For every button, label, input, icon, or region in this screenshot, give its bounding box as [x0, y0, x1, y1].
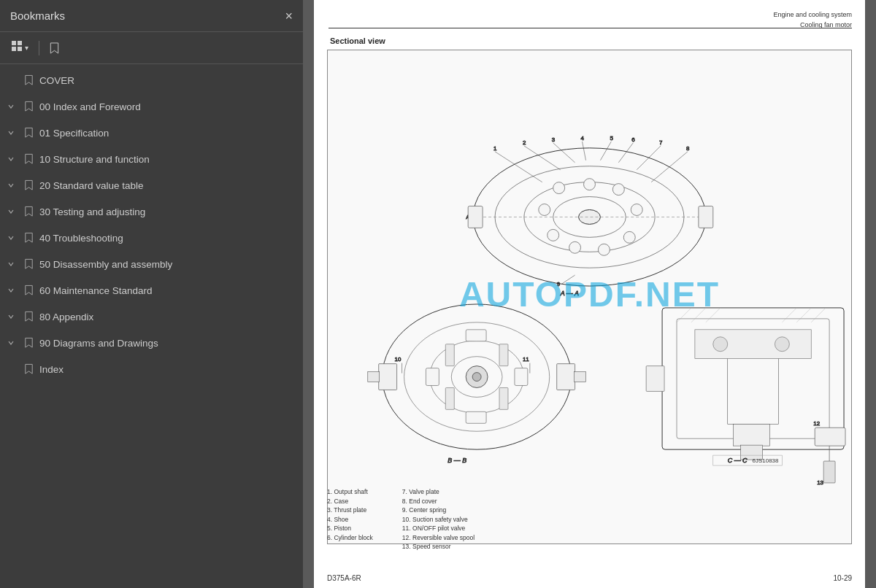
legend-item: 7. Valve plate	[402, 488, 474, 495]
toolbar-separator	[39, 41, 39, 55]
legend-item: 9. Center spring	[402, 506, 474, 514]
svg-point-70	[775, 337, 789, 352]
chevron-icon	[4, 287, 18, 294]
header-line1: Engine and cooling system	[773, 10, 852, 20]
svg-rect-75	[823, 461, 835, 483]
sidebar-title: Bookmarks	[10, 9, 65, 22]
svg-rect-2	[12, 47, 16, 51]
bookmark-item-index[interactable]: Index	[0, 356, 303, 382]
bookmark-item-01[interactable]: 01 Specification	[0, 120, 303, 146]
bookmark-icon	[22, 232, 35, 244]
svg-line-81	[782, 308, 796, 322]
svg-rect-48	[426, 368, 439, 386]
svg-rect-49	[515, 368, 528, 386]
svg-rect-73	[815, 428, 845, 446]
drawing-id: 6JS10838	[753, 457, 779, 464]
svg-text:11: 11	[523, 356, 529, 363]
bookmark-item-cover[interactable]: COVER	[0, 67, 303, 93]
svg-rect-1	[18, 41, 22, 45]
sidebar: Bookmarks × ▾ COVER00 Index and Foreword…	[0, 0, 303, 588]
svg-rect-41	[699, 206, 713, 228]
svg-text:10: 10	[395, 356, 402, 363]
svg-text:13: 13	[817, 479, 823, 486]
chevron-down-icon: ▾	[25, 44, 28, 52]
legend-item: 12. Reversible valve spool	[402, 534, 474, 541]
svg-text:6: 6	[631, 136, 635, 143]
legend-col-right: 7. Valve plate 8. End cover 9. Center sp…	[402, 488, 474, 550]
svg-point-47	[472, 373, 481, 382]
legend-item: 5. Piston	[327, 525, 373, 532]
close-button[interactable]: ×	[285, 9, 293, 23]
chevron-icon	[4, 208, 18, 215]
svg-line-79	[691, 308, 706, 322]
legend-item: 6. Cylinder block	[327, 534, 373, 541]
drawing-area: 1 2 3 4 5	[327, 50, 852, 544]
page-footer: D375A-6R 10-29	[327, 574, 852, 582]
bookmark-label: 40 Troubleshooting	[39, 233, 297, 244]
svg-rect-3	[18, 47, 22, 51]
svg-point-32	[598, 244, 610, 255]
chevron-icon	[4, 182, 18, 189]
bookmark-label: 10 Structure and function	[39, 154, 297, 165]
view-options-button[interactable]: ▾	[7, 38, 33, 58]
svg-line-82	[796, 308, 811, 322]
bookmark-item-20[interactable]: 20 Standard value table	[0, 172, 303, 198]
bookmark-view-button[interactable]	[45, 39, 64, 57]
bookmark-icon	[22, 101, 35, 112]
svg-text:12: 12	[813, 420, 820, 427]
grid-icon	[12, 41, 23, 55]
svg-point-69	[713, 337, 728, 352]
svg-rect-52	[445, 344, 454, 366]
svg-text:1: 1	[493, 145, 497, 152]
svg-point-34	[548, 229, 559, 241]
bookmark-icon	[22, 127, 35, 139]
svg-rect-58	[368, 372, 380, 382]
bookmark-item-60[interactable]: 60 Maintenance Standard	[0, 277, 303, 303]
svg-line-13	[553, 143, 575, 163]
svg-text:2: 2	[523, 139, 526, 146]
technical-drawing-svg: 1 2 3 4 5	[328, 50, 851, 543]
svg-text:A — A: A — A	[560, 290, 579, 297]
bookmark-icon	[22, 311, 35, 322]
svg-rect-68	[695, 330, 811, 359]
chevron-icon	[4, 260, 18, 268]
svg-line-80	[706, 308, 721, 322]
svg-line-39	[562, 275, 575, 284]
bookmark-item-30[interactable]: 30 Testing and adjusting	[0, 198, 303, 225]
chevron-icon	[4, 313, 18, 320]
header-rule	[328, 28, 852, 28]
svg-point-31	[623, 231, 635, 243]
chevron-icon	[4, 155, 18, 163]
bookmark-icon	[22, 258, 35, 270]
svg-text:9: 9	[557, 281, 561, 287]
svg-rect-59	[575, 372, 586, 382]
svg-line-21	[637, 146, 661, 170]
bookmark-icon	[22, 206, 35, 217]
legend-item: 13. Speed sensor	[402, 543, 474, 550]
bookmark-icon	[22, 363, 35, 375]
svg-text:7: 7	[659, 139, 663, 146]
bookmark-label: 80 Appendix	[39, 312, 297, 322]
bookmark-label: 60 Maintenance Standard	[39, 285, 297, 296]
bookmark-label: 30 Testing and adjusting	[39, 206, 297, 217]
bookmark-item-80[interactable]: 80 Appendix	[0, 303, 303, 330]
svg-point-36	[553, 182, 565, 194]
chevron-icon	[4, 234, 18, 241]
svg-line-15	[583, 142, 586, 160]
svg-rect-55	[499, 387, 508, 409]
bookmark-icon	[22, 285, 35, 296]
bookmark-label: 20 Standard value table	[39, 180, 297, 191]
legend-area: 1. Output shaft 2. Case 3. Thrust plate …	[327, 488, 852, 550]
legend-item: 3. Thrust plate	[327, 506, 373, 514]
bookmark-item-40[interactable]: 40 Troubleshooting	[0, 225, 303, 251]
legend-item: 2. Case	[327, 498, 373, 505]
bookmark-item-50[interactable]: 50 Disassembly and assembly	[0, 251, 303, 277]
legend-item: 1. Output shaft	[327, 488, 373, 495]
bookmark-item-90[interactable]: 90 Diagrams and Drawings	[0, 330, 303, 356]
drawing-border: 1 2 3 4 5	[327, 50, 852, 544]
legend-item: 4. Shoe	[327, 516, 373, 523]
bookmark-item-00[interactable]: 00 Index and Foreword	[0, 93, 303, 120]
model-number: D375A-6R	[327, 574, 361, 582]
bookmark-item-10[interactable]: 10 Structure and function	[0, 146, 303, 172]
bookmark-icon	[22, 337, 35, 349]
